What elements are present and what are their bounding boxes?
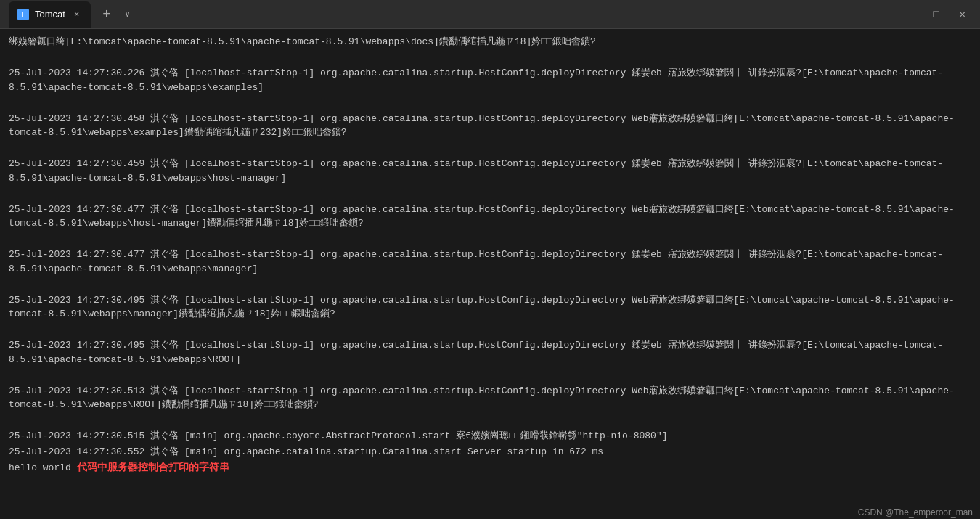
window-controls: — □ ✕ (901, 5, 971, 23)
terminal-tab[interactable]: T Tomcat ✕ (9, 1, 91, 28)
log-line: 25-Jul-2023 14:27:30.458 淇ぐ佫 [localhost-… (9, 112, 971, 140)
maximize-button[interactable]: □ (927, 6, 944, 23)
log-line: 25-Jul-2023 14:27:30.477 淇ぐ佫 [localhost-… (9, 203, 971, 231)
log-line-empty (9, 142, 971, 156)
log-line-empty (9, 414, 971, 428)
new-tab-button[interactable]: + (97, 7, 116, 22)
terminal-body[interactable]: 绑嫫箬瓤口绔[E:\tomcat\apache-tomcat-8.5.91\ap… (0, 29, 980, 506)
watermark-text: CSDN @The_emperoor_man (858, 507, 973, 518)
log-line: 25-Jul-2023 14:27:30.459 淇ぐ佫 [localhost-… (9, 157, 971, 185)
log-line: 25-Jul-2023 14:27:30.515 淇ぐ佫 [main] org.… (9, 429, 971, 444)
terminal-tab-icon: T (17, 9, 29, 20)
log-line-empty (9, 368, 971, 383)
tab-dropdown-button[interactable]: ∨ (122, 9, 133, 20)
log-line-empty (9, 323, 971, 338)
hello-world-line: hello world 代码中服务器控制合打印的字符串 (9, 460, 971, 475)
log-line: 25-Jul-2023 14:27:30.495 淇ぐ佫 [localhost-… (9, 293, 971, 322)
bottom-bar: CSDN @The_emperoor_man (0, 506, 980, 519)
svg-text:T: T (20, 12, 24, 18)
highlight-annotation: 代码中服务器控制合打印的字符串 (77, 460, 229, 475)
log-line: 25-Jul-2023 14:27:30.477 淇ぐ佫 [localhost-… (9, 248, 971, 276)
tab-close-button[interactable]: ✕ (71, 7, 82, 21)
log-line-empty (9, 187, 971, 201)
terminal-window: T Tomcat ✕ + ∨ — □ ✕ 绑嫫箬瓤口绔[E:\tomcat\ap… (0, 0, 980, 519)
log-line: 25-Jul-2023 14:27:30.552 淇ぐ佫 [main] org.… (9, 445, 971, 459)
log-line: 25-Jul-2023 14:27:30.513 淇ぐ佫 [localhost-… (9, 384, 971, 412)
log-line-empty (9, 96, 971, 110)
title-bar-left: T Tomcat ✕ + ∨ (9, 1, 901, 28)
log-line: 绑嫫箬瓤口绔[E:\tomcat\apache-tomcat-8.5.91\ap… (9, 35, 971, 49)
log-line-empty (9, 232, 971, 247)
log-line-empty (9, 277, 971, 292)
minimize-button[interactable]: — (901, 6, 918, 23)
close-button[interactable]: ✕ (954, 5, 971, 23)
hello-world-text: hello world (9, 461, 71, 475)
tab-title: Tomcat (35, 9, 65, 20)
log-line: 25-Jul-2023 14:27:30.495 淇ぐ佫 [localhost-… (9, 338, 971, 367)
log-line: 25-Jul-2023 14:27:30.226 淇ぐ佫 [localhost-… (9, 66, 971, 94)
title-bar: T Tomcat ✕ + ∨ — □ ✕ (0, 0, 980, 29)
log-line-empty (9, 51, 971, 65)
